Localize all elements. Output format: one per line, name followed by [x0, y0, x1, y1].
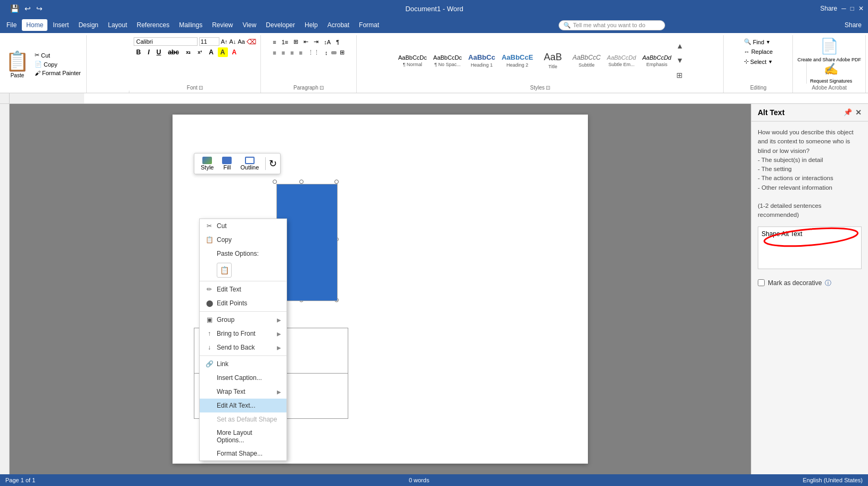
- redo-button[interactable]: ↪: [35, 3, 44, 14]
- style-subtitle[interactable]: AaBbCcC Subtitle: [570, 44, 603, 77]
- font-color-button[interactable]: A: [230, 47, 240, 57]
- paste-button[interactable]: 📋: [5, 50, 29, 72]
- menu-layout[interactable]: Layout: [104, 19, 132, 31]
- menu-acrobat[interactable]: Acrobat: [323, 19, 354, 31]
- mark-decorative-checkbox[interactable]: [758, 279, 765, 286]
- subscript-button[interactable]: x₂: [183, 48, 193, 56]
- handle-tl[interactable]: [273, 180, 277, 184]
- borders-button[interactable]: ⊞: [338, 48, 347, 57]
- ctx-wrap-text[interactable]: Wrap Text ▶: [200, 385, 286, 399]
- paste-option-1[interactable]: 📋: [217, 263, 232, 278]
- highlight-button[interactable]: A: [218, 47, 228, 57]
- sort-button[interactable]: ↕A: [322, 38, 333, 46]
- ctx-send-back[interactable]: ↓ Send to Back ▶: [200, 341, 286, 354]
- ctx-edit-points[interactable]: ⬤ Edit Points: [200, 296, 286, 310]
- style-emphasis[interactable]: AaBbCcDd Emphasis: [640, 44, 674, 77]
- find-button[interactable]: 🔍 Find ▼: [741, 37, 776, 46]
- handle-tr[interactable]: [334, 180, 339, 184]
- ctx-link[interactable]: 🔗 Link: [200, 357, 286, 371]
- numbering-button[interactable]: 1≡: [280, 38, 291, 46]
- align-left-button[interactable]: ≡: [271, 48, 278, 57]
- text-effects-button[interactable]: A: [206, 47, 216, 57]
- multilevel-button[interactable]: ⊞: [291, 37, 300, 46]
- ctx-more-layout[interactable]: More Layout Options...: [200, 426, 286, 447]
- menu-help[interactable]: Help: [300, 19, 322, 31]
- font-size-input[interactable]: [199, 37, 219, 46]
- ctx-format-shape[interactable]: Format Shape...: [200, 447, 286, 460]
- font-dialog-launcher[interactable]: ⊡: [199, 85, 203, 91]
- italic-button[interactable]: I: [145, 47, 152, 57]
- decrease-font-button[interactable]: A↓: [230, 38, 236, 45]
- align-right-button[interactable]: ≡: [288, 48, 296, 57]
- undo-button[interactable]: ↩: [23, 3, 32, 14]
- style-heading1[interactable]: AaBbCc Heading 1: [465, 44, 498, 77]
- replace-button[interactable]: ↔ Replace: [741, 47, 776, 56]
- create-pdf-label[interactable]: Create and Share Adobe PDF: [797, 57, 861, 62]
- panel-pin-button[interactable]: 📌: [844, 108, 852, 117]
- share-header-button[interactable]: Share: [840, 21, 866, 29]
- font-family-input[interactable]: [134, 37, 198, 46]
- select-button[interactable]: ⊹ Select ▼: [741, 57, 776, 66]
- ctx-copy[interactable]: 📋 Copy: [200, 233, 286, 247]
- request-signatures-label[interactable]: Request Signatures: [810, 78, 852, 84]
- styles-dialog-launcher[interactable]: ⊡: [546, 85, 550, 91]
- menu-insert[interactable]: Insert: [48, 19, 73, 31]
- handle-tc[interactable]: [299, 180, 304, 184]
- menu-view[interactable]: View: [239, 19, 261, 31]
- menu-format[interactable]: Format: [355, 19, 383, 31]
- ctx-cut[interactable]: ✂ Cut: [200, 219, 286, 233]
- show-hide-button[interactable]: ¶: [334, 38, 341, 46]
- justify-button[interactable]: ≡: [297, 48, 305, 57]
- decrease-indent-button[interactable]: ⇤: [301, 37, 310, 46]
- style-normal[interactable]: AaBbCcDc ¶ Normal: [396, 44, 430, 77]
- style-subtle-em[interactable]: AaBbCcDd Subtle Em...: [604, 44, 638, 77]
- increase-indent-button[interactable]: ⇥: [312, 37, 321, 46]
- menu-file[interactable]: File: [2, 19, 21, 31]
- alt-text-input[interactable]: Shape Alt Text: [758, 226, 862, 269]
- maximize-button[interactable]: □: [850, 5, 854, 12]
- paragraph-dialog-launcher[interactable]: ⊡: [320, 85, 324, 91]
- line-spacing-button[interactable]: ↕: [323, 48, 330, 57]
- change-case-button[interactable]: Aa: [238, 38, 244, 45]
- fill-toolbar-button[interactable]: Fill: [219, 155, 235, 172]
- format-painter-button[interactable]: 🖌 Format Painter: [32, 69, 83, 77]
- strikethrough-button[interactable]: abc: [165, 47, 182, 57]
- ctx-edit-text[interactable]: ✏ Edit Text: [200, 282, 286, 296]
- style-heading2[interactable]: AaBbCcE Heading 2: [499, 44, 536, 77]
- increase-font-button[interactable]: A↑: [221, 38, 228, 45]
- menu-mailings[interactable]: Mailings: [175, 19, 207, 31]
- style-toolbar-button[interactable]: Style: [198, 155, 217, 172]
- save-button[interactable]: 💾: [9, 3, 21, 14]
- menu-developer[interactable]: Developer: [261, 19, 299, 31]
- styles-scroll-down[interactable]: ▼: [675, 55, 685, 66]
- columns-button[interactable]: ⋮⋮: [306, 48, 322, 57]
- menu-home[interactable]: Home: [22, 19, 47, 31]
- tell-me-box[interactable]: 🔍 Tell me what you want to do: [559, 20, 665, 30]
- styles-scroll-up[interactable]: ▲: [675, 40, 685, 51]
- menu-references[interactable]: References: [133, 19, 174, 31]
- outline-toolbar-button[interactable]: Outline: [237, 155, 262, 172]
- bullets-button[interactable]: ≡: [271, 38, 278, 46]
- ctx-bring-front[interactable]: ↑ Bring to Front ▶: [200, 327, 286, 341]
- menu-review[interactable]: Review: [208, 19, 237, 31]
- menu-design[interactable]: Design: [74, 19, 102, 31]
- minimize-button[interactable]: ─: [841, 5, 846, 12]
- info-tooltip-icon[interactable]: ⓘ: [825, 278, 831, 288]
- clear-format-button[interactable]: ⌫: [247, 38, 256, 46]
- styles-more-button[interactable]: ⊞: [675, 70, 685, 80]
- ctx-edit-alt-text[interactable]: Edit Alt Text...: [200, 399, 286, 412]
- align-center-button[interactable]: ≡: [280, 48, 287, 57]
- superscript-button[interactable]: x²: [195, 48, 204, 56]
- panel-close-button[interactable]: ✕: [855, 108, 862, 117]
- shading-button[interactable]: [331, 51, 337, 54]
- ctx-group[interactable]: ▣ Group ▶: [200, 313, 286, 327]
- bold-button[interactable]: B: [134, 47, 144, 57]
- close-button[interactable]: ✕: [858, 5, 864, 12]
- style-no-space[interactable]: AaBbCcDc ¶ No Spac...: [431, 44, 465, 77]
- share-button[interactable]: Share: [820, 5, 837, 12]
- style-title[interactable]: AaB Title: [537, 44, 569, 77]
- ctx-insert-caption[interactable]: Insert Caption...: [200, 371, 286, 385]
- underline-button[interactable]: U: [154, 47, 164, 57]
- cut-button[interactable]: ✂ Cut: [32, 51, 83, 59]
- copy-button[interactable]: 📄 Copy: [32, 60, 83, 68]
